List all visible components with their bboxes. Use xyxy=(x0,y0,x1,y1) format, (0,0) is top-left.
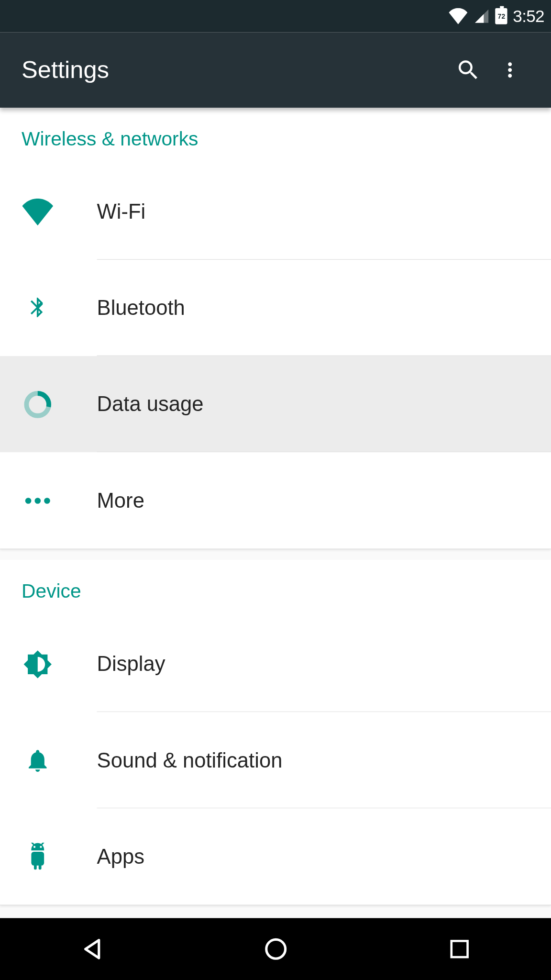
svg-point-4 xyxy=(33,846,35,847)
row-data-usage[interactable]: Data usage xyxy=(0,356,551,452)
page-title: Settings xyxy=(22,56,447,84)
search-button[interactable] xyxy=(447,49,489,91)
home-icon xyxy=(262,935,289,962)
svg-rect-12 xyxy=(451,941,467,957)
battery-icon: 72 xyxy=(496,8,507,24)
svg-point-2 xyxy=(34,497,41,503)
status-clock: 3:52 xyxy=(513,6,544,26)
battery-percent: 72 xyxy=(496,8,507,24)
svg-point-11 xyxy=(266,939,285,958)
section-header-device: Device xyxy=(0,560,551,616)
overflow-menu-button[interactable] xyxy=(489,49,531,91)
row-label: Wi-Fi xyxy=(97,200,146,224)
svg-line-7 xyxy=(42,842,44,844)
row-label: Apps xyxy=(97,845,144,869)
svg-rect-8 xyxy=(31,851,44,865)
more-horiz-icon xyxy=(22,484,54,517)
section-header-wireless: Wireless & networks xyxy=(0,108,551,164)
nav-recents-button[interactable] xyxy=(439,929,479,969)
wifi-icon xyxy=(22,196,54,228)
row-label: Bluetooth xyxy=(97,296,185,320)
row-label: More xyxy=(97,488,144,512)
row-wifi[interactable]: Wi-Fi xyxy=(0,164,551,260)
display-icon xyxy=(22,648,54,680)
app-bar: Settings xyxy=(0,33,551,108)
back-icon xyxy=(78,935,105,962)
svg-rect-9 xyxy=(34,862,37,869)
data-usage-icon xyxy=(22,388,54,421)
row-label: Data usage xyxy=(97,392,204,416)
android-icon xyxy=(22,840,54,873)
row-label: Display xyxy=(97,652,165,676)
nav-home-button[interactable] xyxy=(255,929,296,969)
svg-point-3 xyxy=(44,497,50,503)
cell-signal-icon xyxy=(474,8,490,24)
svg-point-5 xyxy=(40,846,42,847)
more-vert-icon xyxy=(498,58,521,81)
settings-content[interactable]: Wireless & networks Wi-Fi Bluetooth xyxy=(0,108,551,918)
svg-line-6 xyxy=(32,842,33,844)
row-bluetooth[interactable]: Bluetooth xyxy=(0,260,551,356)
nav-back-button[interactable] xyxy=(72,929,112,969)
row-more[interactable]: More xyxy=(0,452,551,548)
bell-icon xyxy=(22,744,54,777)
navigation-bar xyxy=(0,918,551,980)
wifi-status-icon xyxy=(448,8,468,24)
svg-rect-10 xyxy=(39,862,42,869)
recents-icon xyxy=(447,937,472,961)
row-apps[interactable]: Apps xyxy=(0,808,551,904)
section-wireless-networks: Wireless & networks Wi-Fi Bluetooth xyxy=(0,108,551,549)
row-display[interactable]: Display xyxy=(0,616,551,712)
search-icon xyxy=(455,57,481,83)
status-bar: 72 3:52 xyxy=(0,0,551,33)
bluetooth-icon xyxy=(22,292,54,324)
row-label: Sound & notification xyxy=(97,748,283,772)
row-sound-notification[interactable]: Sound & notification xyxy=(0,712,551,808)
svg-point-1 xyxy=(25,497,32,503)
section-device: Device Display Sound & notification xyxy=(0,560,551,905)
